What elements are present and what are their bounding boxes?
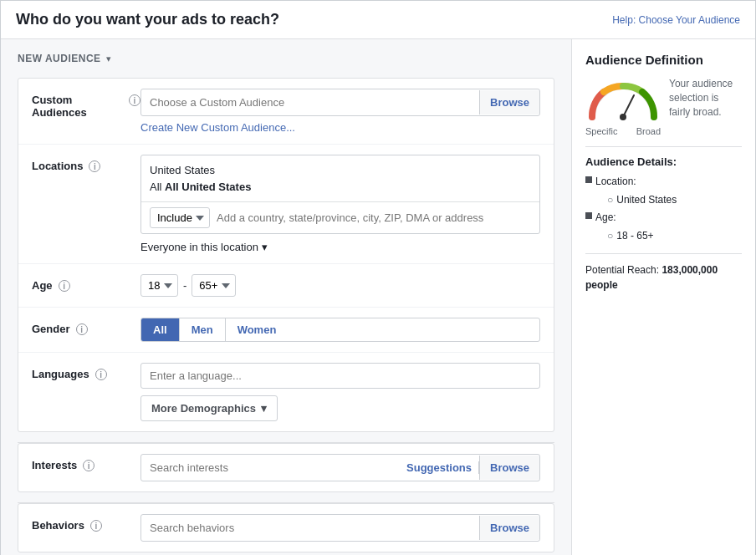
everyone-label: Everyone in this location	[140, 241, 258, 253]
gauge-container: Specific Broad Your audience selection i…	[585, 77, 742, 136]
age-detail-content: Age: 18 - 65+	[595, 209, 654, 245]
everyone-dropdown[interactable]: Everyone in this location ▾	[140, 241, 268, 253]
locations-row: Locations i United States All All United…	[18, 145, 554, 264]
location-selected: United States All All United States	[141, 155, 539, 201]
specific-label: Specific	[585, 126, 618, 136]
interests-input-row: Suggestions Browse	[140, 454, 540, 481]
languages-info-icon[interactable]: i	[95, 369, 107, 380]
custom-audiences-control: Browse Create New Custom Audience...	[140, 89, 540, 134]
languages-control: More Demographics ▾	[140, 363, 540, 421]
behaviors-row: Behaviors i Browse	[18, 504, 554, 552]
gender-women-btn[interactable]: Women	[226, 318, 289, 341]
gauge-area: Specific Broad	[585, 77, 661, 136]
location-sub-list: United States	[595, 191, 677, 210]
custom-audience-browse-btn[interactable]: Browse	[479, 90, 539, 115]
audience-details-title: Audience Details:	[585, 155, 742, 168]
page-wrapper: Who do you want your ads to reach? Help:…	[0, 0, 756, 555]
languages-input[interactable]	[140, 363, 540, 389]
age-info-icon[interactable]: i	[59, 280, 70, 292]
page-header: Who do you want your ads to reach? Help:…	[1, 1, 755, 39]
page-title: Who do you want your ads to reach?	[16, 11, 279, 28]
more-demographics-arrow-icon: ▾	[261, 402, 267, 415]
age-row: Age i 18 - 65+	[18, 264, 554, 308]
main-content: NEW AUDIENCE ▾ Custom Audiences i Browse	[1, 39, 755, 555]
age-label: Age i	[32, 274, 140, 292]
interests-suggestions-btn[interactable]: Suggestions	[400, 461, 479, 474]
custom-audiences-info-icon[interactable]: i	[129, 94, 140, 106]
age-separator: -	[183, 279, 186, 292]
behaviors-info-icon[interactable]: i	[90, 520, 102, 532]
behaviors-control: Browse	[140, 514, 540, 542]
location-detail-value: United States	[607, 191, 677, 210]
age-inputs: 18 - 65+	[140, 274, 540, 297]
more-demographics-label: More Demographics	[151, 402, 256, 415]
location-include-select[interactable]: Include	[150, 207, 210, 228]
locations-label: Locations i	[32, 155, 140, 172]
age-control: 18 - 65+	[140, 274, 540, 297]
more-demographics-btn[interactable]: More Demographics ▾	[140, 395, 278, 421]
location-detail-item: Location: United States	[585, 173, 742, 209]
create-custom-audience-link[interactable]: Create New Custom Audience...	[140, 121, 540, 134]
locations-control: United States All All United States Incl…	[140, 155, 540, 253]
custom-audiences-row: Custom Audiences i Browse Create New Cus…	[18, 79, 554, 145]
interests-section: Interests i Suggestions Browse	[18, 443, 554, 492]
gender-men-btn[interactable]: Men	[180, 318, 226, 341]
location-bullet	[585, 176, 592, 183]
location-line1: United States	[150, 162, 531, 179]
gauge-divider	[585, 146, 742, 147]
location-add-input[interactable]	[217, 211, 531, 224]
behaviors-input-row: Browse	[140, 514, 540, 542]
age-detail-value: 18 - 65+	[607, 227, 654, 246]
custom-audience-input-row: Browse	[140, 89, 540, 116]
form-section: Custom Audiences i Browse Create New Cus…	[18, 78, 554, 432]
age-detail-item: Age: 18 - 65+	[585, 209, 742, 245]
gauge-svg	[585, 77, 661, 122]
interests-browse-btn[interactable]: Browse	[479, 456, 539, 480]
interests-info-icon[interactable]: i	[83, 460, 94, 471]
gender-row: Gender i All Men Women	[18, 308, 554, 353]
custom-audience-input[interactable]	[141, 89, 479, 115]
locations-info-icon[interactable]: i	[89, 160, 100, 172]
new-audience-bar: NEW AUDIENCE ▾	[18, 53, 554, 64]
age-min-select[interactable]: 18	[140, 274, 178, 297]
behaviors-input[interactable]	[141, 515, 479, 541]
age-max-select[interactable]: 65+	[192, 274, 236, 297]
svg-point-1	[620, 114, 626, 120]
interests-input[interactable]	[141, 455, 400, 481]
everyone-arrow-icon: ▾	[262, 241, 268, 253]
languages-label: Languages i	[32, 363, 140, 380]
age-bullet	[585, 212, 592, 219]
potential-reach: Potential Reach: 183,000,000 people	[585, 262, 742, 293]
left-panel: NEW AUDIENCE ▾ Custom Audiences i Browse	[1, 39, 571, 555]
gender-all-btn[interactable]: All	[141, 318, 180, 341]
behaviors-label: Behaviors i	[32, 514, 140, 532]
gender-buttons: All Men Women	[140, 318, 540, 342]
gender-label: Gender i	[32, 318, 140, 335]
interests-label: Interests i	[32, 454, 140, 471]
svg-line-0	[623, 95, 634, 117]
location-box: United States All All United States Incl…	[140, 155, 540, 234]
gauge-desc: Your audience selection is fairly broad.	[669, 77, 742, 119]
location-detail-label: Location:	[595, 176, 636, 187]
broad-label: Broad	[636, 126, 661, 136]
gender-control: All Men Women	[140, 318, 540, 342]
custom-audiences-label: Custom Audiences i	[32, 89, 140, 119]
new-audience-dropdown-arrow[interactable]: ▾	[106, 53, 111, 64]
right-panel: Audience Definition	[571, 39, 755, 555]
location-detail-content: Location: United States	[595, 173, 677, 209]
interests-row: Interests i Suggestions Browse	[18, 444, 554, 491]
location-include-row: Include	[141, 201, 539, 233]
interests-control: Suggestions Browse	[140, 454, 540, 481]
potential-reach-label: Potential Reach:	[585, 264, 659, 276]
audience-details-list: Location: United States Age: 18 - 65+	[585, 173, 742, 245]
languages-row: Languages i More Demographics ▾	[18, 353, 554, 431]
audience-def-title: Audience Definition	[585, 53, 742, 67]
location-line2: All All United States	[150, 179, 531, 196]
new-audience-label: NEW AUDIENCE	[18, 53, 101, 64]
help-link[interactable]: Help: Choose Your Audience	[612, 14, 740, 26]
gender-info-icon[interactable]: i	[76, 323, 88, 335]
details-divider	[585, 253, 742, 254]
gauge-labels: Specific Broad	[585, 126, 661, 136]
age-sub-list: 18 - 65+	[595, 227, 654, 246]
behaviors-browse-btn[interactable]: Browse	[479, 516, 539, 540]
